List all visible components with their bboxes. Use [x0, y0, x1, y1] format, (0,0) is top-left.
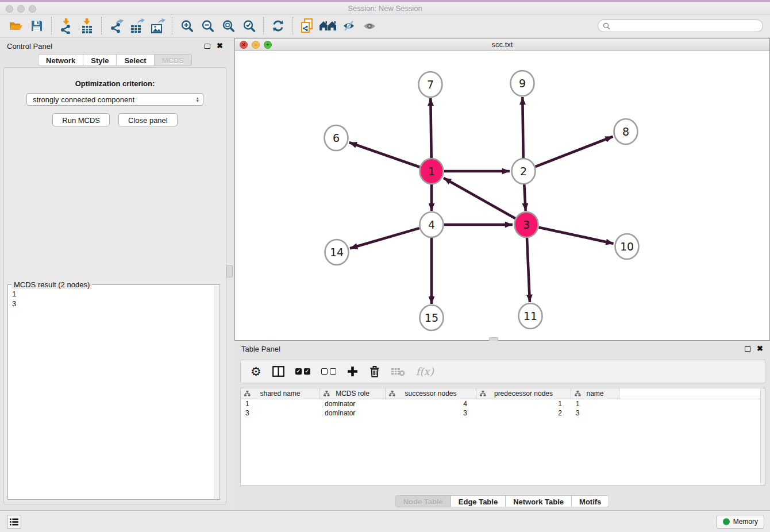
tab-style[interactable]: Style — [83, 54, 117, 66]
node-table-body: 1dominator4113dominator323 — [241, 399, 765, 418]
export-table-icon[interactable] — [126, 17, 147, 35]
graph-node-10[interactable]: 10 — [615, 234, 639, 259]
graph-edge-4-14[interactable] — [350, 228, 419, 248]
hide-selected-icon[interactable] — [338, 17, 359, 35]
column-header-predecessor-nodes[interactable]: predecessor nodes — [476, 388, 571, 399]
zoom-in-icon[interactable] — [176, 17, 197, 35]
zoom-fit-icon[interactable] — [218, 17, 238, 35]
graph-node-1[interactable]: 1 — [420, 159, 444, 184]
graph-edge-1-6[interactable] — [349, 142, 420, 167]
node-table: shared nameMCDS rolesuccessor nodesprede… — [240, 388, 765, 485]
settings-gear-icon[interactable]: ⚙ — [251, 366, 261, 377]
column-header-name[interactable]: name — [571, 388, 619, 399]
search-input[interactable] — [613, 22, 758, 30]
table-tab-node-table[interactable]: Node Table — [395, 495, 451, 507]
graph-node-8[interactable]: 8 — [614, 119, 638, 144]
network-view-window: ✕ – + scc.txt 7968124314101511 — [234, 38, 770, 341]
graph-edge-2-9[interactable] — [522, 97, 523, 159]
table-panel: Table Panel ✖ ⚙ ✓✓ — [234, 341, 770, 510]
toolbar-separator — [51, 17, 52, 34]
float-panel-icon[interactable] — [745, 346, 750, 352]
graph-node-2[interactable]: 2 — [512, 159, 536, 184]
svg-text:11: 11 — [523, 310, 537, 322]
network-window-titlebar[interactable]: ✕ – + scc.txt — [235, 38, 769, 51]
memory-button[interactable]: Memory — [717, 515, 764, 529]
zoom-out-icon[interactable] — [197, 17, 218, 35]
svg-text:6: 6 — [333, 132, 340, 144]
toolbar-separator — [101, 17, 102, 34]
graph-node-14[interactable]: 14 — [325, 240, 349, 265]
mcds-result-list[interactable]: 13 — [9, 286, 213, 499]
open-session-icon[interactable] — [6, 17, 26, 35]
graph-node-3[interactable]: 3 — [515, 212, 538, 237]
graph-node-4[interactable]: 4 — [420, 212, 444, 237]
close-panel-icon[interactable]: ✖ — [757, 346, 763, 352]
float-panel-icon[interactable] — [205, 44, 210, 49]
select-all-checkboxes-icon[interactable]: ✓✓ — [295, 368, 310, 375]
tab-select[interactable]: Select — [116, 54, 154, 66]
column-hierarchy-icon — [389, 391, 395, 396]
table-panel-header: Table Panel ✖ — [234, 341, 770, 357]
column-header-shared-name[interactable]: shared name — [241, 388, 320, 399]
node-table-header: shared nameMCDS rolesuccessor nodesprede… — [241, 388, 765, 399]
duplicate-network-icon[interactable] — [297, 17, 318, 35]
zoom-selected-icon[interactable] — [238, 17, 259, 35]
column-hierarchy-icon — [480, 391, 486, 396]
function-builder-icon[interactable]: f(x) — [416, 365, 434, 377]
delete-column-icon[interactable] — [369, 365, 380, 377]
vertical-splitter-grip[interactable] — [226, 265, 233, 277]
graph-node-6[interactable]: 6 — [325, 125, 348, 151]
delete-table-icon[interactable] — [391, 367, 405, 376]
memory-status-icon — [723, 518, 730, 525]
network-window-title: scc.txt — [235, 40, 769, 49]
svg-text:7: 7 — [427, 78, 434, 91]
column-header-successor-nodes[interactable]: successor nodes — [386, 388, 476, 399]
graph-edge-3-11[interactable] — [527, 237, 530, 302]
status-bar: Memory — [0, 510, 770, 532]
criterion-dropdown[interactable]: strongly connected component ▲▼ — [26, 93, 203, 106]
save-session-icon[interactable] — [26, 17, 47, 35]
mcds-result-item[interactable]: 3 — [12, 299, 213, 309]
network-canvas[interactable]: 7968124314101511 — [235, 51, 769, 340]
svg-text:9: 9 — [519, 77, 526, 90]
table-row[interactable]: 3dominator323 — [241, 408, 765, 418]
export-image-icon[interactable] — [147, 17, 168, 35]
deselect-all-checkboxes-icon[interactable] — [321, 368, 336, 375]
graph-node-9[interactable]: 9 — [511, 71, 534, 96]
table-tabs: Node TableEdge TableNetwork TableMotifs — [234, 495, 770, 507]
tab-network[interactable]: Network — [38, 54, 83, 66]
close-panel-icon[interactable]: ✖ — [217, 43, 223, 49]
dropdown-arrows-icon: ▲▼ — [196, 97, 199, 102]
svg-text:4: 4 — [428, 218, 435, 231]
graph-node-15[interactable]: 15 — [420, 305, 444, 330]
node-table-scrollbar[interactable] — [760, 388, 765, 485]
refresh-icon[interactable] — [268, 17, 288, 35]
graph-edge-2-8[interactable] — [536, 137, 613, 167]
table-tab-network-table[interactable]: Network Table — [505, 495, 572, 507]
task-history-button[interactable] — [7, 515, 21, 529]
add-column-icon[interactable] — [347, 366, 358, 377]
import-table-icon[interactable] — [76, 17, 97, 35]
table-tab-edge-table[interactable]: Edge Table — [451, 495, 506, 507]
export-network-icon[interactable] — [106, 17, 126, 35]
run-mcds-button[interactable]: Run MCDS — [52, 113, 110, 126]
table-row[interactable]: 1dominator411 — [241, 399, 765, 408]
control-panel-header: Control Panel ✖ — [0, 38, 230, 54]
split-view-icon[interactable] — [272, 366, 284, 377]
network-overview-icon[interactable] — [318, 17, 338, 35]
show-hidden-icon[interactable] — [359, 17, 380, 35]
graph-edge-2-3[interactable] — [524, 184, 526, 211]
graph-edge-3-1[interactable] — [444, 178, 515, 218]
graph-edge-3-10[interactable] — [538, 228, 613, 244]
toolbar-separator — [292, 17, 293, 34]
mcds-result-item[interactable]: 1 — [12, 289, 213, 299]
graph-edge-1-7[interactable] — [430, 98, 431, 159]
column-header-mcds-role[interactable]: MCDS role — [320, 388, 386, 399]
graph-node-7[interactable]: 7 — [419, 72, 442, 97]
import-network-icon[interactable] — [56, 17, 76, 35]
mcds-result-scrollbar[interactable] — [214, 286, 219, 499]
table-tab-motifs[interactable]: Motifs — [571, 495, 609, 507]
tab-mcds[interactable]: MCDS — [154, 54, 192, 66]
close-panel-button[interactable]: Close panel — [118, 113, 178, 126]
graph-node-11[interactable]: 11 — [519, 303, 542, 329]
